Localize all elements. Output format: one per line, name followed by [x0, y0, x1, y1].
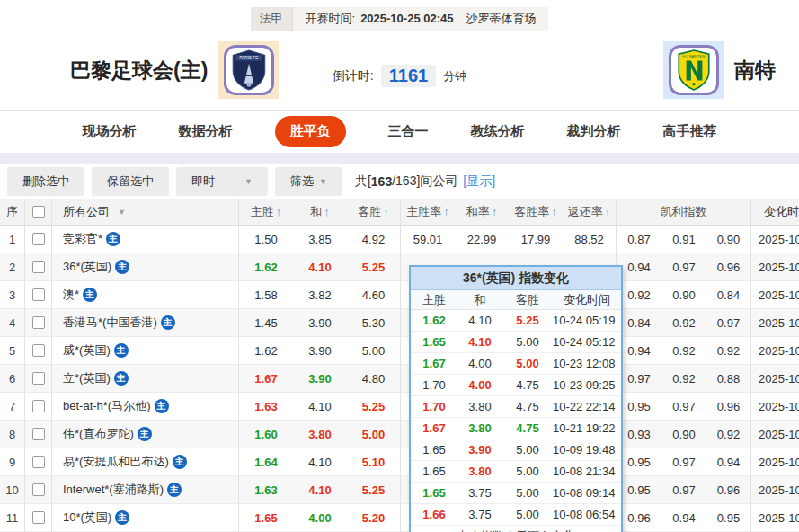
away-odds[interactable]: 4.92: [347, 226, 401, 253]
popup-change-time: 10-08 21:34: [553, 465, 621, 478]
row-checkbox[interactable]: [32, 428, 45, 440]
col-header-draw-odds[interactable]: 和↑: [293, 204, 347, 220]
home-odds[interactable]: 1.63: [239, 400, 293, 413]
col-header-home-rate[interactable]: 主胜率↑: [401, 204, 455, 220]
draw-odds[interactable]: 4.10: [293, 483, 347, 497]
row-checkbox[interactable]: [32, 456, 45, 468]
row-checkbox[interactable]: [32, 372, 45, 385]
home-odds[interactable]: 1.50: [239, 233, 293, 246]
company-cell[interactable]: Interwet*(塞浦路斯)主: [52, 476, 239, 503]
draw-odds[interactable]: 3.90: [293, 344, 347, 358]
draw-odds[interactable]: 3.80: [293, 428, 347, 441]
row-checkbox[interactable]: [32, 233, 45, 245]
away-odds[interactable]: 5.00: [347, 337, 401, 364]
row-checkbox[interactable]: [32, 344, 45, 357]
col-header-index: 序: [0, 200, 25, 225]
select-all-checkbox[interactable]: [32, 206, 45, 218]
col-header-return-rate[interactable]: 返还率↑: [563, 200, 617, 225]
away-odds[interactable]: 5.30: [347, 309, 401, 336]
tab-胜平负[interactable]: 胜平负: [275, 116, 346, 147]
table-row: 10Interwet*(塞浦路斯)主1.634.105.250.950.970.…: [0, 476, 799, 504]
company-cell[interactable]: 36*(英国)主: [52, 253, 239, 280]
home-odds[interactable]: 1.58: [239, 288, 293, 302]
home-badge-icon: 主: [115, 260, 129, 274]
away-odds[interactable]: 5.20: [347, 504, 401, 531]
row-checkbox[interactable]: [32, 400, 45, 412]
row-checkbox[interactable]: [32, 316, 45, 329]
home-odds[interactable]: 1.60: [239, 428, 293, 441]
page: 法甲 开赛时间: 2025-10-25 02:45 沙罗蒂体育场 巴黎足球会(主…: [0, 0, 799, 532]
away-odds[interactable]: 5.10: [347, 448, 401, 475]
draw-odds[interactable]: 4.00: [293, 511, 347, 525]
popup-away-odds: 4.75: [502, 378, 553, 392]
col-header-company[interactable]: 所有公司 ▼: [52, 200, 239, 225]
popup-odds-row: 1.663.755.0010-08 06:54: [411, 504, 621, 526]
filter-dropdown[interactable]: 筛选 ▼: [275, 167, 342, 196]
popup-odds-row: 1.674.005.0010-23 12:08: [411, 353, 621, 375]
svg-text:FC NANTES: FC NANTES: [682, 54, 705, 58]
company-cell[interactable]: 竞彩官*主: [52, 226, 239, 253]
draw-odds[interactable]: 4.10: [293, 261, 347, 274]
draw-odds[interactable]: 3.82: [293, 288, 347, 302]
live-odds-dropdown[interactable]: 即时 ▼: [176, 167, 268, 196]
kelly-away: 0.90: [706, 226, 751, 253]
tab-数据分析[interactable]: 数据分析: [179, 123, 233, 140]
away-odds[interactable]: 4.60: [347, 281, 401, 308]
tab-教练分析[interactable]: 教练分析: [471, 123, 525, 140]
home-odds[interactable]: 1.65: [239, 511, 293, 525]
kelly-home: 0.92: [617, 288, 661, 302]
company-cell[interactable]: 威*(英国)主: [52, 337, 239, 364]
popup-change-time: 10-09 19:48: [553, 443, 621, 457]
tab-裁判分析[interactable]: 裁判分析: [567, 123, 621, 140]
kelly-home: 0.94: [617, 344, 661, 358]
away-odds[interactable]: 5.25: [347, 476, 401, 503]
away-odds[interactable]: 5.00: [347, 421, 401, 448]
popup-home-odds: 1.65: [411, 443, 457, 457]
home-odds[interactable]: 1.67: [239, 372, 293, 386]
summary-prefix: 共[: [355, 173, 371, 190]
live-odds-dropdown-label: 即时: [191, 173, 215, 190]
row-checkbox[interactable]: [32, 483, 45, 496]
popup-draw-odds: 3.80: [457, 400, 502, 413]
tab-三合一[interactable]: 三合一: [388, 123, 429, 140]
row-checkbox[interactable]: [32, 288, 45, 301]
company-cell[interactable]: bet-at-h*(马尔他)主: [52, 393, 239, 420]
home-odds[interactable]: 1.62: [239, 344, 293, 358]
row-index: 8: [0, 421, 25, 448]
tab-高手推荐[interactable]: 高手推荐: [663, 123, 717, 140]
company-cell[interactable]: 立*(英国)主: [52, 365, 239, 392]
draw-odds[interactable]: 3.90: [293, 316, 347, 330]
draw-odds[interactable]: 3.90: [293, 372, 347, 386]
row-checkbox[interactable]: [32, 261, 45, 273]
tab-现场分析[interactable]: 现场分析: [83, 123, 137, 140]
home-odds[interactable]: 1.45: [239, 316, 293, 330]
col-header-draw-rate[interactable]: 和率↑: [455, 204, 509, 220]
show-link[interactable]: [显示]: [463, 173, 495, 190]
delete-selected-button[interactable]: 删除选中: [7, 167, 84, 196]
home-odds[interactable]: 1.64: [239, 456, 293, 469]
row-checkbox-cell: [25, 365, 52, 392]
draw-odds[interactable]: 4.10: [293, 400, 347, 413]
home-odds[interactable]: 1.62: [239, 261, 293, 274]
away-odds[interactable]: 4.80: [347, 365, 401, 392]
col-header-away-odds[interactable]: 客胜↑: [347, 200, 401, 225]
top-info-bar: 法甲 开赛时间: 2025-10-25 02:45 沙罗蒂体育场: [0, 0, 799, 36]
row-checkbox[interactable]: [32, 511, 45, 524]
draw-odds[interactable]: 4.10: [293, 456, 347, 469]
keep-selected-button[interactable]: 保留选中: [92, 167, 169, 196]
company-cell[interactable]: 易*(安提瓜和巴布达)主: [52, 448, 239, 475]
popup-header-row: 主胜 和 客胜 变化时间: [411, 290, 621, 310]
company-cell[interactable]: 澳*主: [52, 281, 239, 308]
company-cell[interactable]: 10*(英国)主: [52, 504, 239, 531]
company-cell[interactable]: 伟*(直布罗陀)主: [52, 421, 239, 448]
col-header-home-odds[interactable]: 主胜↑: [239, 204, 293, 220]
draw-odds[interactable]: 3.85: [293, 233, 347, 246]
away-odds[interactable]: 5.25: [347, 253, 401, 280]
away-odds[interactable]: 5.25: [347, 393, 401, 420]
col-header-away-rate[interactable]: 客胜率↑: [509, 204, 563, 220]
table-row: 5威*(英国)主1.623.905.000.940.920.922025-10-…: [0, 337, 799, 365]
popup-footer-hint[interactable]: 点击指数查看更多变化: [411, 526, 621, 532]
company-cell[interactable]: 香港马*(中国香港)主: [52, 309, 239, 336]
table-header-row: 序 所有公司 ▼ 主胜↑ 和↑ 客胜↑ 主胜率↑ 和率↑ 客胜率↑ 返还率↑ 凯…: [0, 199, 799, 226]
home-odds[interactable]: 1.63: [239, 483, 293, 497]
